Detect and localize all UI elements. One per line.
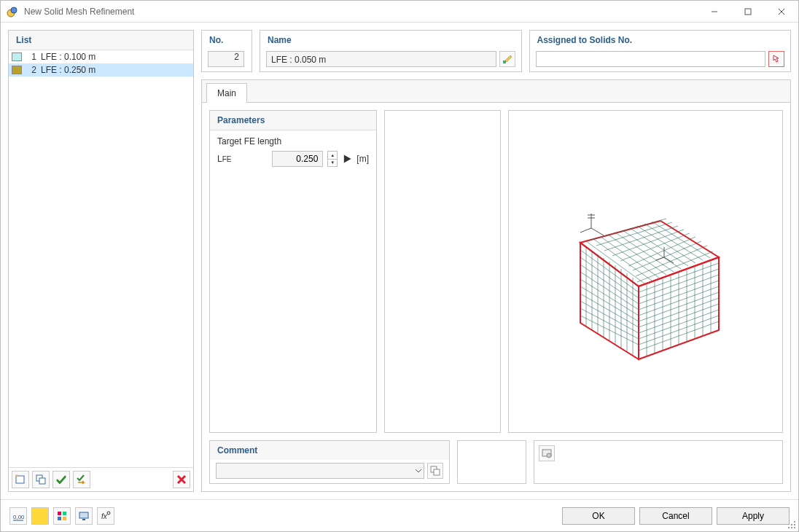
svg-text:fx: fx xyxy=(101,512,108,520)
maximize-button[interactable] xyxy=(731,1,765,23)
svg-rect-100 xyxy=(788,527,790,528)
svg-rect-101 xyxy=(791,524,792,525)
svg-rect-3 xyxy=(745,9,751,15)
preview-settings-button[interactable] xyxy=(539,445,555,461)
units-button[interactable]: 0,00 xyxy=(9,507,27,525)
bottom-row: Comment xyxy=(209,440,783,484)
lfe-unit: [m] xyxy=(356,154,369,164)
titlebar: New Solid Mesh Refinement xyxy=(1,1,798,23)
svg-rect-91 xyxy=(58,517,61,520)
comment-combo[interactable] xyxy=(216,463,424,479)
svg-point-1 xyxy=(11,7,17,13)
svg-rect-102 xyxy=(794,521,795,523)
svg-rect-90 xyxy=(63,512,66,515)
list-toolbar xyxy=(9,467,193,491)
preview-panel xyxy=(508,110,783,433)
top-fields-row: No. 2 Name LFE : 0.050 m Assigned to Sol… xyxy=(201,30,791,72)
screen-button[interactable] xyxy=(75,507,93,525)
tab-main[interactable]: Main xyxy=(206,83,247,103)
name-label: Name xyxy=(260,31,521,50)
comment-header: Comment xyxy=(210,441,449,460)
footer-icon-bar: 0,00 fx xyxy=(9,507,114,525)
lfe-value-input[interactable] xyxy=(272,151,323,167)
svg-line-72 xyxy=(637,226,695,263)
dialog-window: New Solid Mesh Refinement List 1 LFE : 0… xyxy=(0,0,799,532)
tab-strip: Main xyxy=(202,80,790,103)
tab-content-row: Parameters Target FE length LFE ▲▼ [m] xyxy=(209,110,783,433)
svg-rect-97 xyxy=(794,527,795,528)
svg-text:0,00: 0,00 xyxy=(13,514,24,520)
svg-line-77 xyxy=(591,228,604,235)
svg-rect-98 xyxy=(791,527,792,528)
close-button[interactable] xyxy=(765,1,798,23)
dialog-body: List 1 LFE : 0.100 m 2 LFE : 0.250 m xyxy=(1,23,798,499)
tabs-region: Main Parameters Target FE length LFE ▲▼ xyxy=(201,79,791,492)
ok-button[interactable]: OK xyxy=(562,507,635,525)
mesh-cube-preview xyxy=(551,177,741,367)
lfe-step-button[interactable] xyxy=(342,151,352,167)
assigned-panel: Assigned to Solids No. xyxy=(529,30,792,72)
svg-rect-89 xyxy=(58,512,61,515)
svg-line-71 xyxy=(630,228,688,266)
lfe-symbol: LFE xyxy=(217,154,231,164)
svg-line-81 xyxy=(656,257,664,260)
dialog-footer: 0,00 fx OK Cancel Apply xyxy=(1,499,798,531)
svg-point-86 xyxy=(547,453,551,458)
preview-footer-panel xyxy=(534,440,783,484)
minimize-button[interactable] xyxy=(698,1,731,23)
copy-item-button[interactable] xyxy=(32,471,50,488)
chevron-down-icon xyxy=(415,467,422,474)
new-item-button[interactable] xyxy=(12,471,29,488)
comment-panel: Comment xyxy=(209,440,450,484)
parameters-header: Parameters xyxy=(210,111,376,130)
svg-line-61 xyxy=(628,237,695,266)
list-panel: List 1 LFE : 0.100 m 2 LFE : 0.250 m xyxy=(8,30,194,492)
svg-line-70 xyxy=(623,230,681,269)
blank-panel xyxy=(384,110,501,433)
parameters-panel: Parameters Target FE length LFE ▲▼ [m] xyxy=(209,110,377,433)
list-item-number: 1 xyxy=(26,52,36,62)
svg-rect-93 xyxy=(79,512,88,518)
delete-item-button[interactable] xyxy=(173,471,190,488)
cancel-button[interactable]: Cancel xyxy=(639,507,712,525)
target-fe-length-label: Target FE length xyxy=(217,136,369,146)
check-reset-button[interactable] xyxy=(73,471,90,488)
svg-line-69 xyxy=(615,232,674,272)
spinner-down-icon[interactable]: ▼ xyxy=(328,160,337,167)
edit-name-button[interactable] xyxy=(499,51,515,67)
spinner-up-icon[interactable]: ▲ xyxy=(328,152,337,160)
list-item-label: LFE : 0.250 m xyxy=(41,65,96,75)
window-controls xyxy=(698,1,798,23)
apply-button[interactable]: Apply xyxy=(717,507,790,525)
pick-solids-button[interactable] xyxy=(768,51,784,67)
list-item-label: LFE : 0.100 m xyxy=(41,52,96,62)
list-item[interactable]: 1 LFE : 0.100 m xyxy=(9,50,193,63)
list-item-swatch xyxy=(12,66,22,74)
no-value[interactable]: 2 xyxy=(208,51,244,67)
comment-library-button[interactable] xyxy=(427,463,443,479)
svg-rect-84 xyxy=(434,469,440,475)
resize-grip[interactable] xyxy=(788,521,797,530)
right-side: No. 2 Name LFE : 0.050 m Assigned to Sol… xyxy=(201,30,791,492)
name-input[interactable]: LFE : 0.050 m xyxy=(266,51,496,67)
list-header: List xyxy=(9,31,193,50)
svg-rect-6 xyxy=(16,476,24,483)
list-body[interactable]: 1 LFE : 0.100 m 2 LFE : 0.250 m xyxy=(9,50,193,467)
lfe-spinner[interactable]: ▲▼ xyxy=(327,151,338,167)
color-button[interactable] xyxy=(31,507,49,525)
tags-button[interactable] xyxy=(53,507,71,525)
lfe-row: LFE ▲▼ [m] xyxy=(217,151,369,167)
svg-rect-9 xyxy=(39,478,45,484)
svg-line-74 xyxy=(652,222,710,258)
footer-small-panel xyxy=(457,440,526,484)
svg-line-64 xyxy=(637,251,713,282)
svg-line-62 xyxy=(633,241,701,270)
list-item[interactable]: 2 LFE : 0.250 m xyxy=(9,63,193,77)
list-item-number: 2 xyxy=(26,65,36,75)
assigned-input[interactable] xyxy=(536,51,766,67)
check-all-button[interactable] xyxy=(52,471,70,488)
window-title: New Solid Mesh Refinement xyxy=(24,7,134,17)
svg-rect-99 xyxy=(794,524,795,525)
fx-button[interactable]: fx xyxy=(97,507,114,525)
svg-line-59 xyxy=(612,230,684,256)
